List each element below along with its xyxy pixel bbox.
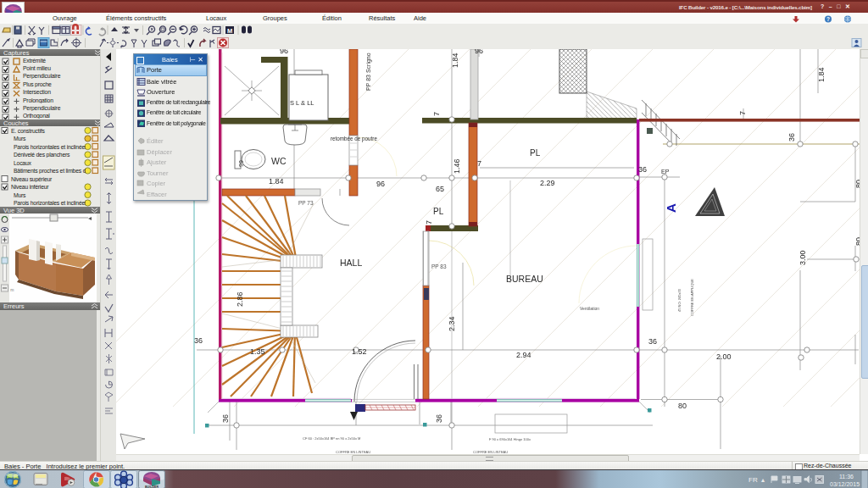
svg-text:▴: ▴ [761,476,765,484]
svg-text:?: ? [826,16,830,22]
svg-text:1.84: 1.84 [817,67,826,82]
svg-text:M: M [227,27,232,35]
svg-text:S L & LL: S L & LL [290,99,314,107]
svg-text:A: A [664,203,678,213]
svg-text:11:36: 11:36 [839,474,854,480]
svg-text:45 NO: 240x30: 45 NO: 240x30 [677,288,682,312]
svg-text:PP 73: PP 73 [298,200,314,206]
svg-text:7: 7 [425,220,433,225]
svg-text:65: 65 [436,185,444,193]
svg-text:36: 36 [435,414,443,423]
svg-text:36: 36 [648,337,657,346]
svg-text:03/12/2015: 03/12/2015 [830,481,860,487]
svg-text:7: 7 [477,159,481,168]
svg-text:2.86: 2.86 [236,291,244,307]
svg-text:36: 36 [221,414,230,423]
svg-text:36: 36 [787,133,796,141]
svg-text:HALL: HALL [340,258,362,268]
svg-text:1.52: 1.52 [352,347,367,356]
svg-text:96: 96 [376,180,385,188]
svg-text:2.29: 2.29 [540,179,555,187]
svg-text:PP 83 Scrigno: PP 83 Scrigno [365,53,372,91]
svg-text:7: 7 [738,111,747,115]
svg-text:F 90 x 690x164 Hinge 100x: F 90 x 690x164 Hinge 100x [489,437,531,441]
svg-text:1.84: 1.84 [451,53,459,68]
svg-text:FR: FR [748,476,758,484]
svg-text:99: 99 [238,160,244,167]
svg-text:CF 60 : 2x50x164 BP nn 90 x 2: CF 60 : 2x50x164 BP nn 90 x 2x50x M [303,436,360,441]
svg-text:EP: EP [661,169,670,175]
svg-text:2.34: 2.34 [448,316,456,331]
svg-text:80: 80 [678,402,687,410]
svg-text:1.35: 1.35 [250,347,265,356]
svg-text:BUILDER: BUILDER [145,485,159,488]
svg-text:PL: PL [433,207,444,216]
svg-text:96: 96 [475,49,483,55]
svg-text:WC: WC [271,156,287,166]
svg-text:1.46: 1.46 [453,158,461,174]
svg-text:36: 36 [194,336,203,345]
svg-text:3.00: 3.00 [798,250,807,265]
svg-text:COFFRE EN APPLIQUE: COFFRE EN APPLIQUE [690,279,694,316]
svg-text:BUREAU: BUREAU [506,274,543,284]
svg-text:PP 83: PP 83 [431,263,447,269]
svg-text:96: 96 [280,49,288,55]
svg-text:2.00: 2.00 [716,352,732,361]
svg-text:retombée de poutre: retombée de poutre [331,136,377,142]
svg-text:1.84: 1.84 [269,177,284,186]
svg-text:PL: PL [530,148,541,158]
svg-text:2.94: 2.94 [516,351,531,359]
svg-text:Ventilation: Ventilation [580,306,599,311]
svg-text:7: 7 [432,112,441,116]
svg-text:36: 36 [638,165,647,174]
